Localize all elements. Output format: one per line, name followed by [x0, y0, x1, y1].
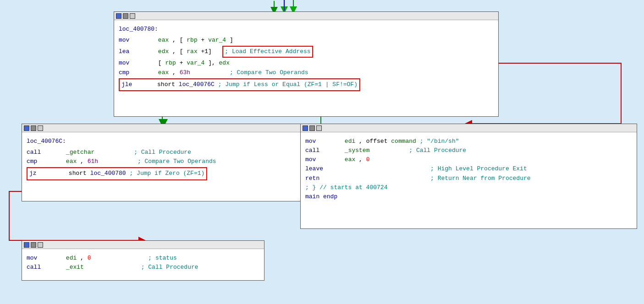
rax-reg: rax — [187, 48, 197, 55]
block-bs-content: mov edi , 0 ; status call _exit ; Call P… — [27, 254, 259, 272]
bs-mov-edi0: mov edi , 0 ; status — [27, 254, 259, 263]
bl-win-icon-2 — [31, 125, 36, 131]
win-icon-1 — [116, 13, 121, 19]
block-br-content: mov edi , offset command ; "/bin/sh" cal… — [305, 137, 632, 201]
lea-kw: lea — [119, 48, 129, 55]
br-leave: leave ; High Level Procedure Exit — [305, 164, 632, 174]
bs-win-icon-1 — [24, 242, 29, 248]
bl-call: call _getchar ; Call Procedure — [27, 148, 298, 157]
mov4-kw: mov — [305, 156, 316, 163]
br-mov-eax0: mov eax , 0 — [305, 155, 632, 164]
jz-highlight: jz short loc_400780 ; Jump if Zero (ZF=1… — [27, 167, 207, 180]
br-win-icon-1 — [303, 125, 308, 131]
bl-cmp: cmp eax , 61h ; Compare Two Operands — [27, 157, 298, 166]
exit-fn: _exit — [66, 264, 84, 271]
retn-kw: retn — [305, 175, 319, 182]
call3-kw: call — [27, 264, 41, 271]
bs-win-icon-3 — [38, 242, 43, 248]
bs-win-icon-2 — [31, 242, 36, 248]
bl-jz: jz short loc_400780 ; Jump if Zero (ZF=1… — [27, 167, 298, 180]
mov-kw: mov — [119, 37, 129, 43]
cmp-comment: ; Compare Two Operands — [230, 69, 308, 76]
block-top-header — [114, 12, 498, 20]
var42-reg: var_4 — [187, 60, 204, 66]
line-label: loc_400780: — [119, 25, 494, 34]
main-endp-kw: main endp — [305, 193, 337, 200]
jle-comment: ; Jump if Less or Equal (ZF=1 | SF!=OF) — [218, 81, 358, 88]
jle-kw: jle — [121, 81, 132, 88]
block-bottom-small: mov edi , 0 ; status call _exit ; Call P… — [22, 240, 264, 281]
line-lea: lea edx , [ rax +1] ; Load Effective Add… — [119, 46, 494, 58]
command-comment: ; "/bin/sh" — [420, 138, 459, 145]
win-icon-3 — [130, 13, 135, 19]
bl-win-icon-3 — [38, 125, 43, 131]
status-comment: ; status — [148, 255, 176, 261]
call-comment: ; Call Procedure — [134, 149, 191, 156]
cmp2-kw: cmp — [27, 158, 37, 165]
exit-comment: ; Call Procedure — [141, 264, 198, 271]
line-mov2: mov [ rbp + var_4 ], edx — [119, 59, 494, 68]
block-bottom-left: loc_40076C: call _getchar ; Call Procedu… — [22, 124, 303, 201]
br-retn: retn ; Return Near from Procedure — [305, 174, 632, 183]
block-bl-header — [22, 124, 303, 132]
line-jle: jle short loc_40076C ; Jump if Less or E… — [119, 78, 494, 91]
loc-label: loc_400780: — [119, 26, 158, 33]
mov2-kw: mov — [119, 60, 129, 66]
block-bs-header — [22, 241, 264, 249]
edi-reg: edi — [345, 138, 355, 145]
system-fn: _system — [345, 147, 370, 154]
block-bottom-right: mov edi , offset command ; "/bin/sh" cal… — [300, 124, 637, 229]
leave-comment: ; High Level Procedure Exit — [430, 165, 527, 172]
bl-win-icon-1 — [24, 125, 29, 131]
br-win-icon-3 — [316, 125, 322, 131]
edx2-reg: edx — [219, 60, 230, 66]
call-kw: call — [27, 149, 41, 156]
63h-num: 63h — [180, 69, 190, 76]
loc-40076c-label: loc_40076C: — [27, 138, 66, 145]
61h-num: 61h — [88, 158, 98, 165]
bs-call-exit: call _exit ; Call Procedure — [27, 263, 259, 272]
var4-reg: var_4 — [208, 37, 226, 43]
edi2-reg: edi — [66, 255, 77, 261]
br-brace-comment: ; } // starts at 400724 — [305, 183, 632, 192]
lea-comment-highlight: ; Load Effective Address — [222, 46, 313, 58]
mov3-kw: mov — [305, 138, 316, 145]
getchar-fn: _getchar — [66, 149, 94, 156]
system-comment: ; Call Procedure — [409, 147, 466, 154]
eax4-reg: eax — [345, 156, 355, 163]
eax-reg: eax — [158, 37, 169, 43]
line-cmp: cmp eax , 63h ; Compare Two Operands — [119, 68, 494, 77]
jle-highlight: jle short loc_40076C ; Jump if Less or E… — [119, 78, 360, 91]
cmp2-comment: ; Compare Two Operands — [138, 158, 216, 165]
mov5-kw: mov — [27, 255, 37, 261]
win-icon-2 — [123, 13, 128, 19]
loc-40076c: loc_40076C — [179, 81, 215, 88]
block-top-content: loc_400780: mov eax , [ rbp + var_4 ] le… — [119, 25, 494, 91]
edx-reg: edx — [158, 48, 169, 55]
block-top: loc_400780: mov eax , [ rbp + var_4 ] le… — [114, 11, 499, 117]
br-main-endp: main endp — [305, 192, 632, 201]
lea-comment: ; Load Effective Address — [225, 48, 310, 55]
line-mov1: mov eax , [ rbp + var_4 ] — [119, 36, 494, 45]
bl-label: loc_40076C: — [27, 137, 298, 146]
cmp-kw: cmp — [119, 69, 129, 76]
eax2-reg: eax — [158, 69, 169, 76]
block-br-header — [301, 124, 637, 132]
br-call-system: call _system ; Call Procedure — [305, 146, 632, 155]
br-win-icon-2 — [309, 125, 315, 131]
loc-400780-ref: loc_400780 — [90, 170, 126, 177]
rbp-reg: rbp — [187, 37, 197, 43]
starts-at-comment: ; } // starts at 400724 — [305, 184, 387, 191]
jz-kw: jz — [29, 170, 37, 177]
eax3-reg: eax — [66, 158, 77, 165]
retn-comment: ; Return Near from Procedure — [430, 175, 530, 182]
leave-kw: leave — [305, 165, 323, 172]
command-reg: command — [391, 138, 416, 145]
call2-kw: call — [305, 147, 319, 154]
br-mov-edi: mov edi , offset command ; "/bin/sh" — [305, 137, 632, 146]
zero2-val: 0 — [88, 255, 91, 261]
jz-comment: ; Jump if Zero (ZF=1) — [129, 170, 204, 177]
zero-val: 0 — [366, 156, 370, 163]
rbp2-reg: rbp — [165, 60, 176, 66]
block-bl-content: loc_40076C: call _getchar ; Call Procedu… — [27, 137, 298, 180]
